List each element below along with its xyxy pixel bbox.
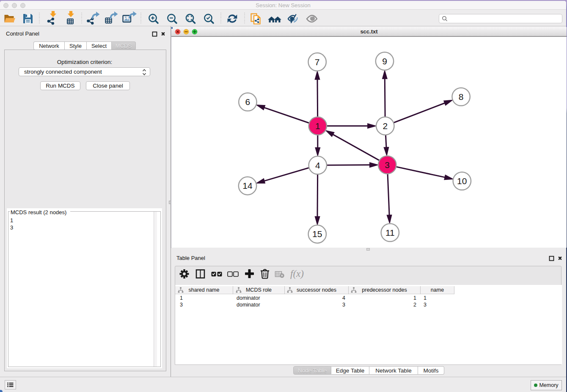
svg-text:14: 14 xyxy=(242,181,253,190)
svg-text:6: 6 xyxy=(245,97,250,107)
svg-text:10: 10 xyxy=(457,176,467,186)
svg-text:3: 3 xyxy=(385,160,390,170)
svg-text:f(x): f(x) xyxy=(290,268,304,279)
svg-text:9: 9 xyxy=(382,56,387,66)
svg-text:2: 2 xyxy=(383,121,388,131)
svg-text:11: 11 xyxy=(385,228,395,237)
svg-text:4: 4 xyxy=(315,160,320,170)
svg-text:1: 1 xyxy=(315,121,320,131)
svg-text:8: 8 xyxy=(459,92,464,102)
svg-text:7: 7 xyxy=(315,57,320,67)
svg-text:15: 15 xyxy=(312,229,322,239)
